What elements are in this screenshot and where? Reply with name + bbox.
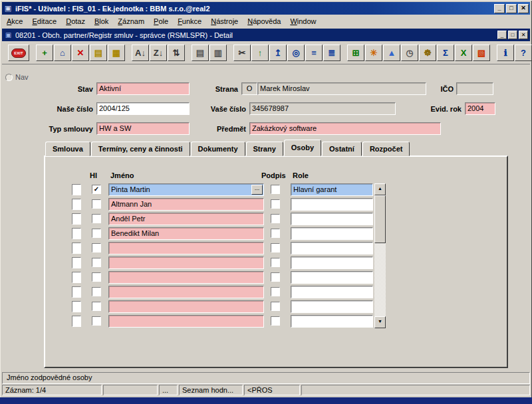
- jmeno-field[interactable]: Anděl Petr: [108, 213, 264, 225]
- toolbar-cut-button[interactable]: ✂: [233, 45, 251, 61]
- hl-checkbox[interactable]: [92, 214, 101, 223]
- strana-name-field[interactable]: Marek Miroslav: [257, 82, 426, 95]
- hl-checkbox[interactable]: [92, 229, 101, 238]
- ico-field[interactable]: [456, 82, 493, 95]
- role-field[interactable]: [291, 256, 373, 269]
- podpis-checkbox[interactable]: [271, 287, 280, 296]
- toolbar-exit-button[interactable]: EXIT: [8, 45, 29, 61]
- role-field[interactable]: Hlavní garant: [291, 183, 373, 196]
- row-selector[interactable]: [72, 286, 81, 298]
- jmeno-field[interactable]: [108, 271, 264, 284]
- role-field[interactable]: [291, 213, 373, 225]
- predmet-field[interactable]: Zakázkový software: [249, 122, 441, 135]
- grid-scrollbar[interactable]: ▲ ▼: [374, 183, 386, 328]
- toolbar-delete-record-button[interactable]: ✕: [72, 45, 89, 61]
- row-selector[interactable]: [72, 228, 81, 239]
- role-field[interactable]: [291, 300, 373, 313]
- toolbar-save-button[interactable]: ▤: [90, 45, 107, 61]
- row-selector[interactable]: [72, 213, 81, 225]
- podpis-checkbox[interactable]: [271, 258, 280, 267]
- toolbar-home-button[interactable]: ⌂: [54, 45, 71, 61]
- toolbar-sort-asc-button[interactable]: A↓: [132, 45, 149, 61]
- toolbar-wheel-button[interactable]: ☸: [419, 45, 436, 61]
- minimize-button[interactable]: _: [494, 4, 505, 13]
- tab-ostatn[interactable]: Ostatní: [322, 142, 362, 156]
- podpis-checkbox[interactable]: [271, 302, 280, 311]
- evid-rok-field[interactable]: 2004: [465, 102, 495, 115]
- hl-checkbox[interactable]: [92, 287, 101, 296]
- row-selector[interactable]: [72, 301, 81, 312]
- toolbar-chart-button[interactable]: ▧: [473, 45, 490, 61]
- toolbar-settings-button[interactable]: ✳: [365, 45, 382, 61]
- row-selector[interactable]: [72, 257, 81, 268]
- row-selector[interactable]: [72, 316, 81, 327]
- jmeno-field[interactable]: [108, 242, 264, 254]
- nav-widget[interactable]: Nav: [5, 73, 29, 81]
- menu-item-window[interactable]: Window: [285, 15, 321, 27]
- menu-item-blok[interactable]: Blok: [90, 15, 113, 27]
- menu-item-dotaz[interactable]: Dotaz: [61, 15, 90, 27]
- hl-checkbox[interactable]: [92, 302, 101, 311]
- tab-strany[interactable]: Strany: [246, 142, 283, 156]
- jmeno-field[interactable]: [108, 300, 264, 313]
- mdi-minimize-button[interactable]: _: [497, 31, 507, 39]
- role-field[interactable]: [291, 198, 373, 211]
- hl-checkbox[interactable]: [92, 243, 101, 252]
- podpis-checkbox[interactable]: [271, 199, 280, 209]
- nase-cislo-field[interactable]: 2004/125: [96, 102, 190, 115]
- toolbar-export-button[interactable]: ↥: [269, 45, 287, 61]
- scroll-down-icon[interactable]: ▼: [374, 316, 386, 328]
- tab-rozpoet[interactable]: Rozpočet: [362, 142, 410, 156]
- maximize-button[interactable]: □: [506, 4, 517, 13]
- podpis-checkbox[interactable]: [271, 214, 280, 223]
- scrollbar-track[interactable]: [374, 195, 386, 316]
- menu-item-zznam[interactable]: Záznam: [113, 15, 149, 27]
- row-selector[interactable]: [72, 243, 81, 254]
- toolbar-help-button[interactable]: ?: [515, 45, 532, 61]
- tab-termnycenyainnosti[interactable]: Termíny, ceny a činnosti: [91, 142, 190, 156]
- menu-item-npovda[interactable]: Nápověda: [243, 15, 285, 27]
- scrollbar-thumb[interactable]: [374, 195, 386, 243]
- podpis-checkbox[interactable]: [271, 316, 280, 326]
- scroll-up-icon[interactable]: ▲: [374, 183, 386, 195]
- role-field[interactable]: [291, 315, 373, 328]
- close-button[interactable]: ✕: [518, 4, 529, 13]
- stav-field[interactable]: Aktivní: [96, 82, 190, 95]
- menu-item-akce[interactable]: Akce: [2, 15, 27, 27]
- toolbar-print-preview-button[interactable]: ▥: [209, 45, 227, 61]
- hl-checkbox[interactable]: [92, 316, 101, 326]
- tab-smlouva[interactable]: Smlouva: [45, 142, 90, 156]
- menu-item-funkce[interactable]: Funkce: [173, 15, 206, 27]
- toolbar-find-button[interactable]: ◎: [287, 45, 305, 61]
- toolbar-print-button[interactable]: ▤: [192, 45, 209, 61]
- jmeno-field[interactable]: Pinta Martin...: [108, 183, 264, 196]
- typ-smlouvy-field[interactable]: HW a SW: [96, 122, 190, 135]
- role-field[interactable]: [291, 227, 373, 240]
- role-field[interactable]: [291, 286, 373, 298]
- podpis-checkbox[interactable]: [271, 272, 280, 282]
- vase-cislo-field[interactable]: 345678987: [249, 102, 396, 115]
- toolbar-list-values-button[interactable]: ≡: [305, 45, 323, 61]
- strana-code-field[interactable]: O: [241, 82, 257, 95]
- row-selector[interactable]: [72, 184, 81, 195]
- menu-item-editace[interactable]: Editace: [27, 15, 61, 27]
- toolbar-copy-button[interactable]: ▦: [108, 45, 125, 61]
- toolbar-sort-toggle-button[interactable]: ⇅: [168, 45, 185, 61]
- row-selector[interactable]: [72, 199, 81, 210]
- role-field[interactable]: [291, 271, 373, 284]
- toolbar-clock-button[interactable]: ◷: [401, 45, 418, 61]
- mdi-close-button[interactable]: ✕: [519, 31, 528, 39]
- role-field[interactable]: [291, 242, 373, 254]
- podpis-checkbox[interactable]: [271, 229, 280, 238]
- toolbar-sort-desc-button[interactable]: Z↓: [150, 45, 167, 61]
- jmeno-field[interactable]: [108, 256, 264, 269]
- toolbar-insert-record-button[interactable]: +: [36, 45, 53, 61]
- toolbar-sum-button[interactable]: Σ: [437, 45, 454, 61]
- jmeno-field[interactable]: Benedikt Milan: [108, 227, 264, 240]
- tab-dokumenty[interactable]: Dokumenty: [191, 142, 245, 156]
- podpis-checkbox[interactable]: [271, 243, 280, 252]
- mdi-restore-button[interactable]: □: [508, 31, 517, 39]
- podpis-checkbox[interactable]: [271, 185, 280, 194]
- toolbar-move-up-button[interactable]: ↑: [251, 45, 269, 61]
- hl-checkbox[interactable]: [92, 272, 101, 282]
